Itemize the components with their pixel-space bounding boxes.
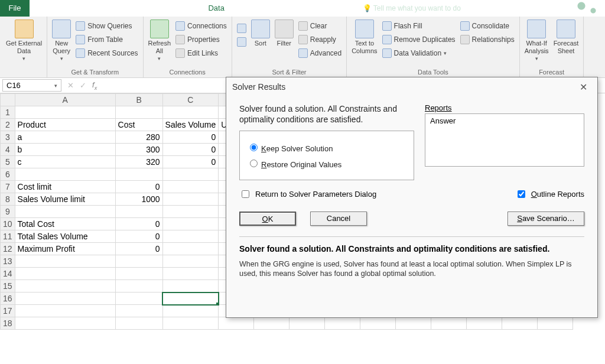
name-box[interactable]: C16▾ <box>2 79 61 92</box>
cell-A13[interactable] <box>15 255 115 268</box>
cell-B4[interactable]: 300 <box>115 144 162 156</box>
row-header-2[interactable]: 2 <box>1 119 15 131</box>
remove-duplicates-button[interactable]: Remove Duplicates <box>381 33 457 46</box>
cell-C12[interactable] <box>162 243 219 255</box>
cell-A10[interactable]: Total Cost <box>15 218 115 230</box>
cell-K18[interactable] <box>467 317 502 330</box>
filter-button[interactable]: Filter <box>272 18 296 48</box>
cell-B7[interactable]: 0 <box>115 181 162 193</box>
cell-A17[interactable] <box>15 305 115 317</box>
clear-button[interactable]: Clear <box>297 20 343 32</box>
cell-B14[interactable] <box>115 268 162 280</box>
cell-B6[interactable] <box>115 168 162 181</box>
tell-me[interactable]: 💡 Tell me what you want to do <box>363 4 461 12</box>
new-query-button[interactable]: New Query▾ <box>50 18 73 64</box>
cell-A8[interactable]: Sales Volume limit <box>15 193 115 206</box>
cell-C2[interactable]: Sales Volume <box>162 119 219 131</box>
cell-B15[interactable] <box>115 280 162 292</box>
cancel-button[interactable]: Cancel <box>310 212 367 226</box>
cell-B1[interactable] <box>115 106 162 119</box>
return-to-parameters-checkbox[interactable]: Return to Solver Parameters Dialog <box>239 188 376 200</box>
reapply-button[interactable]: Reapply <box>297 33 343 46</box>
row-header-3[interactable]: 3 <box>1 131 15 144</box>
reports-list[interactable]: Answer <box>425 113 584 167</box>
ok-button[interactable]: OK <box>239 212 296 226</box>
refresh-all-button[interactable]: Refresh All▾ <box>146 18 174 64</box>
cell-A4[interactable]: b <box>15 144 115 156</box>
row-header-5[interactable]: 5 <box>1 156 15 168</box>
cell-A16[interactable] <box>15 292 115 305</box>
cell-C7[interactable] <box>162 181 219 193</box>
row-header-17[interactable]: 17 <box>1 305 15 317</box>
cell-C16[interactable] <box>162 292 219 305</box>
cell-B2[interactable]: Cost <box>115 119 162 131</box>
properties-button[interactable]: Properties <box>174 33 228 46</box>
cell-C14[interactable] <box>162 268 219 280</box>
cell-J18[interactable] <box>431 317 467 330</box>
cell-L18[interactable] <box>502 317 538 330</box>
from-table-button[interactable]: From Table <box>74 33 139 46</box>
advanced-button[interactable]: Advanced <box>297 47 343 60</box>
tab-home[interactable]: Home <box>30 0 64 17</box>
tab-file[interactable]: File <box>0 0 30 17</box>
cell-C11[interactable] <box>162 230 219 243</box>
sort-desc-button[interactable] <box>236 35 248 48</box>
cell-C6[interactable] <box>162 168 219 181</box>
row-header-12[interactable]: 12 <box>1 243 15 255</box>
cell-B11[interactable]: 0 <box>115 230 162 243</box>
row-header-18[interactable]: 18 <box>1 317 15 330</box>
edit-links-button[interactable]: Edit Links <box>174 47 228 60</box>
cell-C18[interactable] <box>162 317 219 330</box>
cell-A1[interactable] <box>15 106 115 119</box>
cell-B16[interactable] <box>115 292 162 305</box>
row-header-8[interactable]: 8 <box>1 193 15 206</box>
show-queries-button[interactable]: Show Queries <box>74 20 139 32</box>
cell-I18[interactable] <box>396 317 431 330</box>
row-header-11[interactable]: 11 <box>1 230 15 243</box>
row-header-1[interactable]: 1 <box>1 106 15 119</box>
row-header-15[interactable]: 15 <box>1 280 15 292</box>
cell-C10[interactable] <box>162 218 219 230</box>
get-external-data-button[interactable]: Get External Data▾ <box>4 18 44 64</box>
cell-A9[interactable] <box>15 206 115 218</box>
cell-B10[interactable]: 0 <box>115 218 162 230</box>
row-header-16[interactable]: 16 <box>1 292 15 305</box>
cell-A12[interactable]: Maximum Profit <box>15 243 115 255</box>
cancel-formula-icon[interactable]: ✕ <box>67 81 74 90</box>
cell-E18[interactable] <box>254 317 290 330</box>
recent-sources-button[interactable]: Recent Sources <box>74 47 139 60</box>
cell-A18[interactable] <box>15 317 115 330</box>
keep-solution-radio[interactable]: Keep Solver Solution <box>247 142 406 153</box>
consolidate-button[interactable]: Consolidate <box>459 20 516 32</box>
row-header-10[interactable]: 10 <box>1 218 15 230</box>
outline-reports-checkbox[interactable]: Outline Reports <box>515 188 584 200</box>
sort-asc-button[interactable] <box>236 22 248 35</box>
row-header-13[interactable]: 13 <box>1 255 15 268</box>
tab-view[interactable]: View <box>271 0 302 17</box>
save-scenario-button[interactable]: Save Scenario… <box>508 212 584 226</box>
relationships-button[interactable]: Relationships <box>459 33 516 46</box>
cell-B12[interactable]: 0 <box>115 243 162 255</box>
sort-button[interactable]: Sort <box>249 18 272 48</box>
tab-insert[interactable]: Insert <box>64 0 98 17</box>
cell-A7[interactable]: Cost limit <box>15 181 115 193</box>
dialog-close-button[interactable]: ✕ <box>575 82 591 93</box>
tab-data[interactable]: Data <box>201 0 231 17</box>
row-header-9[interactable]: 9 <box>1 206 15 218</box>
cell-C5[interactable]: 0 <box>162 156 219 168</box>
cell-B5[interactable]: 320 <box>115 156 162 168</box>
cell-A14[interactable] <box>15 268 115 280</box>
restore-values-radio[interactable]: Restore Original Values <box>247 158 406 169</box>
cell-C3[interactable]: 0 <box>162 131 219 144</box>
data-validation-button[interactable]: Data Validation ▾ <box>381 47 457 60</box>
row-header-14[interactable]: 14 <box>1 268 15 280</box>
cell-B8[interactable]: 1000 <box>115 193 162 206</box>
cell-M18[interactable] <box>538 317 573 330</box>
cell-C17[interactable] <box>162 305 219 317</box>
connections-button[interactable]: Connections <box>174 20 228 32</box>
text-to-columns-button[interactable]: Text to Columns <box>349 18 379 56</box>
cell-H18[interactable] <box>360 317 396 330</box>
enter-formula-icon[interactable]: ✓ <box>80 81 86 90</box>
cell-C13[interactable] <box>162 255 219 268</box>
forecast-button[interactable]: Forecast Sheet <box>551 18 581 56</box>
